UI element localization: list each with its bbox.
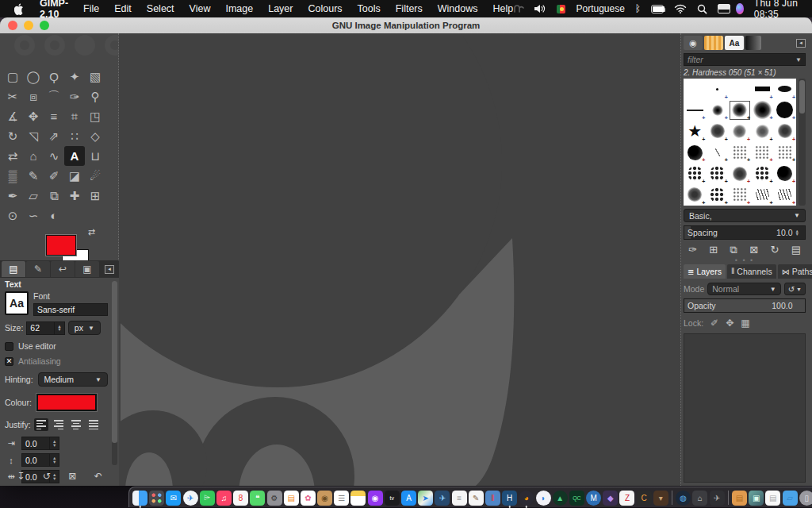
brush-item[interactable]: + — [751, 79, 773, 100]
airpods-icon[interactable] — [513, 2, 524, 15]
dock-finder-icon[interactable] — [132, 491, 147, 506]
dock-calendar-icon[interactable]: 8 — [233, 491, 248, 506]
tool-perspective[interactable]: ◇ — [85, 126, 105, 146]
restore-preset-icon[interactable]: ↺ — [43, 471, 51, 482]
justify-center-button[interactable] — [69, 418, 83, 431]
dock-earth-app-icon[interactable]: ◍ — [676, 491, 691, 506]
battery-icon[interactable] — [651, 5, 664, 13]
tool-options-scrollbar[interactable] — [112, 281, 117, 465]
line-spacing-field[interactable]: 0.0▲▼ — [21, 453, 59, 467]
tool-scissors-select[interactable]: ✂ — [2, 87, 23, 106]
tool-zoom[interactable]: ⚲ — [85, 87, 105, 106]
brush-item[interactable]: + — [729, 163, 751, 184]
tool-select-by-color[interactable]: ▧ — [85, 67, 105, 87]
tool-paths[interactable]: ⌒ — [44, 87, 64, 106]
tool-warp-transform[interactable]: ∿ — [44, 146, 64, 166]
fonts-tab[interactable]: Aa — [725, 36, 744, 50]
tool-bucket-fill[interactable]: ⊔ — [85, 146, 105, 166]
brush-item[interactable]: + — [774, 163, 796, 184]
tool-pencil[interactable]: ✎ — [23, 166, 44, 186]
tool-perspective-clone[interactable]: ⊞ — [85, 186, 105, 206]
swap-colors-icon[interactable]: ⇄ — [88, 227, 95, 237]
dock-books-icon[interactable]: ▤ — [284, 491, 299, 506]
dock-firefox-icon[interactable]: ◕ — [519, 491, 534, 506]
tool-heal[interactable]: ✚ — [64, 186, 85, 206]
apple-menu-icon[interactable] — [14, 2, 25, 15]
brush-item[interactable]: + — [774, 184, 796, 206]
brush-item[interactable]: + — [706, 100, 728, 121]
delete-brush-icon[interactable]: ⊠ — [749, 244, 758, 256]
dock-trash-icon[interactable]: ▯ — [799, 491, 812, 506]
foreground-color-swatch[interactable] — [46, 235, 76, 256]
menu-item-filters[interactable]: Filters — [396, 3, 423, 14]
tool-ellipse-select[interactable]: ◯ — [23, 67, 44, 87]
window-titlebar[interactable]: GNU Image Manipulation Program — [0, 17, 812, 33]
dock-image-file-icon[interactable]: ▣ — [749, 491, 764, 506]
dock-photos-icon[interactable]: ✿ — [301, 491, 316, 506]
tab-layers[interactable]: ≣Layers — [684, 264, 726, 279]
dock-notes-icon[interactable] — [350, 491, 366, 506]
dock-document-file-icon[interactable]: ▤ — [765, 491, 780, 506]
volume-icon[interactable] — [534, 2, 546, 15]
justify-fill-button[interactable] — [86, 418, 101, 431]
menu-item-windows[interactable]: Windows — [438, 3, 478, 14]
tool-text[interactable]: A — [64, 146, 85, 166]
tool-color-picker[interactable]: ✑ — [64, 87, 85, 106]
dock-plane-app-icon[interactable]: ✈ — [710, 491, 725, 506]
tool-handle-transform[interactable]: ∷ — [64, 126, 85, 146]
brush-item[interactable]: + — [774, 121, 796, 142]
opacity-slider[interactable]: Opacity 100.0 ▲▼ — [684, 298, 806, 313]
tool-crop[interactable]: ⌗ — [64, 106, 85, 126]
brush-item[interactable] — [684, 79, 706, 100]
menu-item-help[interactable]: Help — [492, 3, 513, 14]
tab-paths[interactable]: ⋈Paths — [778, 264, 812, 279]
hinting-dropdown[interactable]: Medium▼ — [38, 372, 108, 387]
mode-dropdown[interactable]: Normal▼ — [707, 283, 780, 295]
displays-icon[interactable] — [718, 4, 726, 13]
tool-airbrush[interactable]: ☄ — [85, 166, 105, 186]
menu-item-edit[interactable]: Edit — [114, 3, 132, 14]
tool-cage-transform[interactable]: ⌂ — [23, 146, 44, 166]
menu-clock[interactable]: Thu 8 Jun 08:35 — [754, 0, 804, 20]
dock-maps-icon[interactable]: ➤ — [418, 491, 433, 506]
edit-brush-icon[interactable]: ✑ — [688, 244, 697, 256]
menu-item-layer[interactable]: Layer — [268, 3, 293, 14]
dock-tv-icon[interactable]: tv — [385, 491, 400, 506]
mode-switch-button[interactable]: ↺ ▼ — [784, 283, 806, 295]
tool-move[interactable]: ✥ — [23, 106, 44, 126]
dock-jet-app-icon[interactable]: ✈ — [435, 491, 450, 506]
duplicate-brush-icon[interactable]: ⧉ — [730, 244, 737, 256]
dock-podcasts-icon[interactable]: ◉ — [368, 491, 383, 506]
canvas-area[interactable] — [119, 33, 680, 486]
gradients-tab[interactable] — [745, 36, 761, 50]
siri-icon[interactable] — [736, 3, 744, 14]
brush-item[interactable]: + — [729, 142, 751, 164]
brush-filter-field[interactable]: filter ▼ — [684, 53, 806, 66]
brush-item[interactable]: + — [774, 142, 796, 164]
brush-item[interactable]: + — [751, 163, 773, 184]
dock-launchpad-icon[interactable] — [149, 491, 164, 506]
brush-item[interactable]: + — [706, 121, 728, 142]
tool-gradient[interactable]: ▒ — [2, 166, 23, 186]
open-brush-icon[interactable]: ▤ — [791, 244, 801, 256]
tool-fuzzy-select[interactable]: ✦ — [64, 67, 85, 87]
antialiasing-checkbox[interactable]: ✕ — [5, 357, 13, 366]
dock-c-app-icon[interactable]: C — [637, 491, 652, 506]
justify-right-button[interactable] — [52, 418, 66, 431]
tool-free-select[interactable]: Ϙ — [44, 67, 64, 87]
tool-shear[interactable]: ⇗ — [44, 126, 64, 146]
dock-d-app-icon[interactable]: ◗ — [536, 491, 551, 506]
font-name-field[interactable]: Sans-serif — [33, 303, 108, 316]
dock-blue-folder-icon[interactable]: ▱ — [783, 491, 798, 506]
brushes-tab[interactable]: ◉ — [684, 36, 703, 50]
dock-app-store-icon[interactable]: A — [401, 491, 416, 506]
menu-item-select[interactable]: Select — [147, 3, 174, 14]
brush-item[interactable]: + — [751, 100, 773, 121]
lock-pixels-icon[interactable]: ✐ — [710, 318, 718, 329]
dock-zotero-icon[interactable]: Z — [619, 491, 634, 506]
use-editor-checkbox[interactable] — [5, 342, 13, 351]
brush-item[interactable]: + — [684, 184, 706, 206]
input-source-label[interactable]: Portuguese — [576, 3, 624, 14]
tool-clone[interactable]: ⧉ — [44, 186, 64, 206]
images-tab[interactable]: ▣ — [75, 261, 99, 277]
